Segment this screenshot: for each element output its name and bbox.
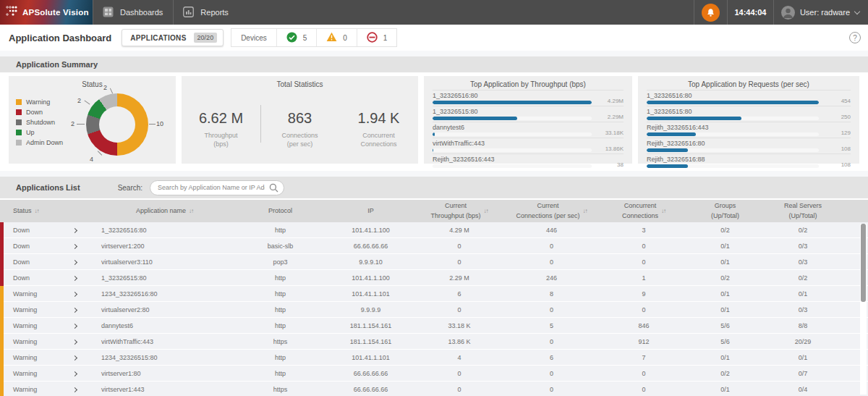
row-protocol: http <box>235 370 326 377</box>
applications-list-section: Applications List Search: Status↓↑Applic… <box>0 177 868 396</box>
column-header-current[interactable]: CurrentConnections (per sec)↓↑ <box>503 201 600 221</box>
sort-arrows-icon[interactable]: ↓↑ <box>484 207 488 216</box>
table-row[interactable]: Down1_32326516:80http101.41.1.1004.29 M4… <box>0 222 868 238</box>
column-header-concurrent[interactable]: ConcurrentConnections↓↑ <box>600 201 687 221</box>
row-expand-button[interactable] <box>54 354 94 361</box>
sort-arrows-icon[interactable]: ↓↑ <box>661 207 665 216</box>
chevron-right-icon[interactable] <box>72 228 77 233</box>
bar-track <box>433 148 592 152</box>
legend-swatch <box>16 109 22 115</box>
row-current-connections: 0 <box>503 306 600 313</box>
chevron-right-icon[interactable] <box>72 292 77 297</box>
row-expand-button[interactable] <box>54 227 94 234</box>
row-ip: 66.66.66.66 <box>326 370 416 377</box>
row-expand-button[interactable] <box>54 338 94 345</box>
row-expand-button[interactable] <box>54 258 94 266</box>
chevron-right-icon[interactable] <box>72 244 77 249</box>
chevron-right-icon[interactable] <box>72 340 77 345</box>
bar-row: 38 <box>433 164 624 168</box>
applications-list-header: Applications List Search: <box>0 177 868 198</box>
user-menu[interactable]: User: radware <box>773 0 868 25</box>
search-input[interactable] <box>150 180 284 195</box>
status-donut <box>86 93 148 156</box>
tab-dashboards[interactable]: Dashboards <box>93 0 173 25</box>
row-real-servers: 0/7 <box>763 370 843 377</box>
tab-reports[interactable]: Reports <box>173 0 239 25</box>
bar-row: 250 <box>647 117 851 120</box>
table-row[interactable]: Warningvirtualserver2:80http9.9.9.90000/… <box>0 302 868 318</box>
chevron-right-icon[interactable] <box>72 371 77 376</box>
chevron-right-icon[interactable] <box>72 324 77 329</box>
column-header-status[interactable]: Status↓↑ <box>4 206 54 216</box>
row-status: Warning <box>4 386 54 393</box>
bar-value: 108 <box>819 161 851 168</box>
row-application-name: dannytest6 <box>94 322 235 329</box>
chevron-right-icon[interactable] <box>72 387 77 392</box>
bar-item: Rejith_32326516:44338 <box>433 153 624 168</box>
bar-item: Rejith_32326516:88108 <box>647 153 851 168</box>
row-status: Warning <box>4 290 54 298</box>
row-current-throughput: 0 <box>416 386 503 393</box>
row-expand-button[interactable] <box>54 243 94 250</box>
bar-track <box>647 148 819 152</box>
table-row[interactable]: Warningvirtserver1:80http66.66.66.660000… <box>0 366 868 382</box>
table-rows: Down1_32326516:80http101.41.1.1004.29 M4… <box>0 222 868 396</box>
chevron-right-icon[interactable] <box>72 355 77 361</box>
chevron-right-icon[interactable] <box>72 308 77 313</box>
column-header-label: Protocol <box>268 206 292 216</box>
table-row[interactable]: Warning1234_32326515:80http101.41.1.1014… <box>0 350 868 366</box>
chevron-right-icon[interactable] <box>72 260 77 265</box>
row-expand-button[interactable] <box>54 274 94 282</box>
bar-row: 33.18K <box>433 132 624 136</box>
stat-value: 1.94 K <box>339 110 418 127</box>
column-header-application-name[interactable]: Application name↓↑ <box>94 206 235 216</box>
alarms-button[interactable] <box>694 0 727 25</box>
column-header-current[interactable]: CurrentThroughput (bps)↓↑ <box>416 201 503 221</box>
table-scrollbar-thumb[interactable] <box>861 224 866 302</box>
total-statistics-title: Total Statistics <box>182 76 418 88</box>
table-row[interactable]: Warningvirtserver1:443https66.66.66.6600… <box>0 382 868 396</box>
row-application-name: 1_32326516:80 <box>94 227 235 234</box>
column-header-label: Groups(Up/Total) <box>711 201 739 221</box>
row-status: Warning <box>4 370 54 377</box>
sort-arrows-icon[interactable]: ↓↑ <box>189 207 193 216</box>
sort-arrows-icon[interactable]: ↓↑ <box>583 207 587 216</box>
sort-arrows-icon[interactable]: ↓↑ <box>35 207 39 216</box>
row-groups: 0/2 <box>687 227 763 234</box>
row-groups: 5/6 <box>687 322 763 329</box>
table-row[interactable]: Downvirtserver1:200basic-slb66.66.66.660… <box>0 238 868 254</box>
row-expand-button[interactable] <box>54 370 94 377</box>
row-application-name: virtWithTraffic:443 <box>94 338 235 345</box>
table-row[interactable]: Warning1234_32326516:80http101.41.1.1016… <box>0 286 868 302</box>
row-ip: 9.9.9.9 <box>326 306 416 313</box>
row-ip: 66.66.66.66 <box>326 243 416 250</box>
row-application-name: 1_32326515:80 <box>94 274 235 282</box>
bar-item: virtWithTraffic:44313.86K <box>433 138 624 152</box>
table-row[interactable]: Downvirtualserver3:110pop39.9.9.100000/1… <box>0 254 868 270</box>
stat-block: 6.62 MThroughput(bps) <box>182 110 260 148</box>
table-row[interactable]: WarningvirtWithTraffic:443https181.1.154… <box>0 334 868 350</box>
applications-selector-button[interactable]: APPLICATIONS 20/20 <box>122 29 224 46</box>
row-current-connections: 0 <box>503 386 600 393</box>
chevron-right-icon[interactable] <box>72 276 77 281</box>
row-status: Warning <box>4 338 54 345</box>
help-button[interactable]: ? <box>849 32 861 43</box>
row-expand-button[interactable] <box>54 306 94 313</box>
table-scrollbar[interactable] <box>860 224 867 395</box>
row-groups: 0/1 <box>687 243 763 250</box>
bar-item: 1_32326516:804.29M <box>433 90 624 104</box>
table-row[interactable]: Down1_32326515:80http101.41.1.1002.29 M2… <box>0 270 868 286</box>
row-current-throughput: 0 <box>416 258 503 266</box>
row-concurrent-connections: 0 <box>600 258 687 266</box>
table-row[interactable]: Warningdannytest6http181.1.154.16133.18 … <box>0 318 868 334</box>
search-icon[interactable] <box>269 183 278 194</box>
devices-down-cell: 1 <box>357 29 397 46</box>
top-bar: APSolute Vision Dashboards Reports 14:44… <box>0 0 868 25</box>
bar-track <box>647 132 819 136</box>
row-expand-button[interactable] <box>54 290 94 298</box>
bar-row: 129 <box>647 132 851 136</box>
stat-block: 1.94 KConcurrentConnections <box>339 110 418 148</box>
bar-value: 108 <box>819 146 851 152</box>
row-expand-button[interactable] <box>54 322 94 329</box>
row-expand-button[interactable] <box>54 386 94 393</box>
